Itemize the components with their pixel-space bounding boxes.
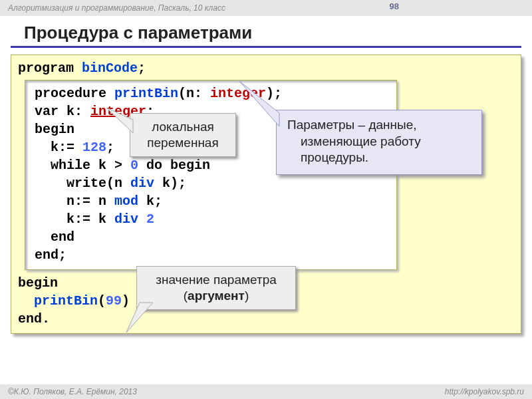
svg-marker-0: [106, 108, 133, 133]
callout-local-tail: [106, 106, 146, 133]
footer-url: http://kpolyakov.spb.ru: [445, 387, 524, 396]
top-bar: Алгоритмизация и программирование, Паска…: [0, 0, 532, 16]
svg-marker-1: [239, 81, 279, 126]
proc-decl: procedure printBin(n: integer);: [35, 84, 390, 102]
end-inner: end: [35, 228, 390, 246]
footer-authors: ©К.Ю. Поляков, Е.А. Ерёмин, 2013: [8, 387, 137, 396]
code-line-program: program binCode;: [18, 59, 514, 77]
callout-parameters-tail: [239, 81, 293, 121]
callout-parameters: Параметры – данные, изменяющие работу пр…: [276, 110, 482, 175]
assign-k2: k:= k div 2: [35, 210, 390, 228]
callout-argument-tail: [126, 303, 160, 336]
end-proc: end;: [35, 246, 390, 264]
write: write(n div k);: [35, 174, 390, 192]
svg-marker-2: [126, 303, 153, 332]
course-title: Алгоритмизация и программирование, Паска…: [8, 3, 225, 13]
footer: ©К.Ю. Поляков, Е.А. Ерёмин, 2013 http://…: [0, 384, 532, 399]
slide-title: Процедура с параметрами: [11, 16, 521, 48]
assign-n: n:= n mod k;: [35, 192, 390, 210]
main-end: end.: [18, 310, 514, 328]
page-number: 98: [390, 1, 399, 11]
callout-argument: значение параметра (аргумент): [136, 266, 296, 310]
